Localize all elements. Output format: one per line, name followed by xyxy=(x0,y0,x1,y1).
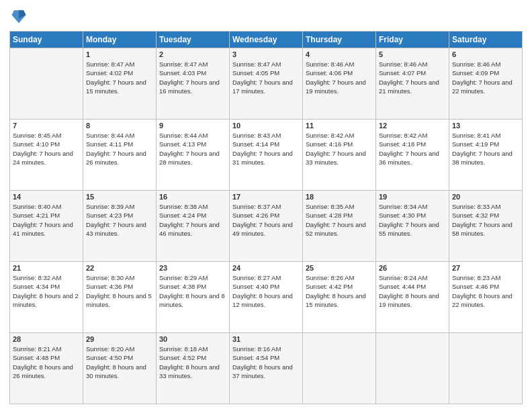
sunset-time: Sunset: 4:26 PM xyxy=(232,211,300,220)
sunrise-time: Sunrise: 8:42 AM xyxy=(306,131,373,140)
week-row-1: 1Sunrise: 8:47 AMSunset: 4:02 PMDaylight… xyxy=(10,48,523,120)
day-info: Sunrise: 8:46 AMSunset: 4:09 PMDaylight:… xyxy=(452,60,519,95)
column-header-saturday: Saturday xyxy=(449,32,523,48)
day-cell: 7Sunrise: 8:45 AMSunset: 4:10 PMDaylight… xyxy=(10,120,83,191)
calendar-table: SundayMondayTuesdayWednesdayThursdayFrid… xyxy=(9,31,523,404)
calendar-header: SundayMondayTuesdayWednesdayThursdayFrid… xyxy=(10,32,523,48)
day-number: 30 xyxy=(159,335,226,343)
logo-icon xyxy=(9,7,28,26)
day-number: 4 xyxy=(306,50,373,58)
sunrise-time: Sunrise: 8:34 AM xyxy=(379,202,446,211)
sunset-time: Sunset: 4:21 PM xyxy=(13,211,80,220)
sunset-time: Sunset: 4:23 PM xyxy=(86,211,153,220)
sunset-time: Sunset: 4:18 PM xyxy=(379,140,446,148)
sunrise-time: Sunrise: 8:46 AM xyxy=(452,60,519,68)
sunset-time: Sunset: 4:19 PM xyxy=(452,140,519,148)
sunrise-time: Sunrise: 8:30 AM xyxy=(86,273,153,282)
day-info: Sunrise: 8:38 AMSunset: 4:24 PMDaylight:… xyxy=(159,202,226,238)
week-row-3: 14Sunrise: 8:40 AMSunset: 4:21 PMDayligh… xyxy=(10,191,523,262)
day-number: 12 xyxy=(379,122,446,130)
sunset-time: Sunset: 4:10 PM xyxy=(13,140,80,148)
day-number: 1 xyxy=(86,50,153,58)
sunrise-time: Sunrise: 8:47 AM xyxy=(159,60,226,68)
week-row-5: 28Sunrise: 8:21 AMSunset: 4:48 PMDayligh… xyxy=(10,333,523,404)
sunrise-time: Sunrise: 8:24 AM xyxy=(379,273,446,282)
daylight-hours: Daylight: 8 hours and 12 minutes. xyxy=(232,291,300,310)
daylight-hours: Daylight: 7 hours and 24 minutes. xyxy=(13,149,80,167)
daylight-hours: Daylight: 8 hours and 2 minutes. xyxy=(13,291,80,310)
sunrise-time: Sunrise: 8:37 AM xyxy=(232,202,300,211)
daylight-hours: Daylight: 8 hours and 30 minutes. xyxy=(86,363,153,381)
day-cell: 30Sunrise: 8:18 AMSunset: 4:52 PMDayligh… xyxy=(157,333,230,404)
sunset-time: Sunset: 4:13 PM xyxy=(159,140,226,148)
day-number: 5 xyxy=(379,50,446,58)
day-info: Sunrise: 8:43 AMSunset: 4:14 PMDaylight:… xyxy=(232,131,300,167)
day-info: Sunrise: 8:44 AMSunset: 4:13 PMDaylight:… xyxy=(159,131,226,167)
day-info: Sunrise: 8:26 AMSunset: 4:42 PMDaylight:… xyxy=(306,273,373,309)
daylight-hours: Daylight: 8 hours and 37 minutes. xyxy=(232,363,300,381)
day-info: Sunrise: 8:35 AMSunset: 4:28 PMDaylight:… xyxy=(306,202,373,238)
day-info: Sunrise: 8:23 AMSunset: 4:46 PMDaylight:… xyxy=(452,273,519,309)
day-info: Sunrise: 8:20 AMSunset: 4:50 PMDaylight:… xyxy=(86,345,153,380)
day-info: Sunrise: 8:47 AMSunset: 4:05 PMDaylight:… xyxy=(232,60,300,95)
sunrise-time: Sunrise: 8:27 AM xyxy=(232,273,300,282)
sunrise-time: Sunrise: 8:39 AM xyxy=(86,202,153,211)
day-cell: 13Sunrise: 8:41 AMSunset: 4:19 PMDayligh… xyxy=(449,120,523,191)
daylight-hours: Daylight: 7 hours and 52 minutes. xyxy=(306,220,373,238)
column-header-thursday: Thursday xyxy=(303,32,376,48)
day-cell: 22Sunrise: 8:30 AMSunset: 4:36 PMDayligh… xyxy=(83,262,157,333)
daylight-hours: Daylight: 7 hours and 41 minutes. xyxy=(13,220,80,238)
day-info: Sunrise: 8:32 AMSunset: 4:34 PMDaylight:… xyxy=(13,273,80,309)
sunset-time: Sunset: 4:32 PM xyxy=(452,211,519,220)
daylight-hours: Daylight: 7 hours and 21 minutes. xyxy=(379,78,446,96)
day-info: Sunrise: 8:37 AMSunset: 4:26 PMDaylight:… xyxy=(232,202,300,238)
day-info: Sunrise: 8:29 AMSunset: 4:38 PMDaylight:… xyxy=(159,273,226,309)
day-number: 23 xyxy=(159,264,226,272)
daylight-hours: Daylight: 7 hours and 26 minutes. xyxy=(86,149,153,167)
sunset-time: Sunset: 4:34 PM xyxy=(13,282,80,291)
week-row-4: 21Sunrise: 8:32 AMSunset: 4:34 PMDayligh… xyxy=(10,262,523,333)
daylight-hours: Daylight: 7 hours and 46 minutes. xyxy=(159,220,226,238)
day-number: 24 xyxy=(232,264,300,272)
day-cell: 25Sunrise: 8:26 AMSunset: 4:42 PMDayligh… xyxy=(303,262,376,333)
sunrise-time: Sunrise: 8:33 AM xyxy=(452,202,519,211)
day-info: Sunrise: 8:42 AMSunset: 4:16 PMDaylight:… xyxy=(306,131,373,167)
day-cell: 2Sunrise: 8:47 AMSunset: 4:03 PMDaylight… xyxy=(157,48,230,120)
daylight-hours: Daylight: 8 hours and 5 minutes. xyxy=(86,291,153,310)
sunrise-time: Sunrise: 8:43 AM xyxy=(232,131,300,140)
sunset-time: Sunset: 4:02 PM xyxy=(86,68,153,77)
day-number: 10 xyxy=(232,122,300,130)
day-number: 11 xyxy=(306,122,373,130)
sunrise-time: Sunrise: 8:20 AM xyxy=(86,345,153,353)
sunset-time: Sunset: 4:09 PM xyxy=(452,68,519,77)
calendar-body: 1Sunrise: 8:47 AMSunset: 4:02 PMDaylight… xyxy=(10,48,523,404)
day-cell: 3Sunrise: 8:47 AMSunset: 4:05 PMDaylight… xyxy=(230,48,303,120)
sunset-time: Sunset: 4:14 PM xyxy=(232,140,300,148)
daylight-hours: Daylight: 7 hours and 19 minutes. xyxy=(306,78,373,96)
day-number: 19 xyxy=(379,193,446,201)
day-cell xyxy=(376,333,449,404)
daylight-hours: Daylight: 7 hours and 55 minutes. xyxy=(379,220,446,238)
sunset-time: Sunset: 4:03 PM xyxy=(159,68,226,77)
day-info: Sunrise: 8:46 AMSunset: 4:06 PMDaylight:… xyxy=(306,60,373,95)
sunset-time: Sunset: 4:52 PM xyxy=(159,353,226,362)
daylight-hours: Daylight: 8 hours and 15 minutes. xyxy=(306,291,373,310)
day-cell: 27Sunrise: 8:23 AMSunset: 4:46 PMDayligh… xyxy=(449,262,523,333)
daylight-hours: Daylight: 7 hours and 58 minutes. xyxy=(452,220,519,238)
column-header-friday: Friday xyxy=(376,32,449,48)
day-cell: 31Sunrise: 8:16 AMSunset: 4:54 PMDayligh… xyxy=(230,333,303,404)
day-cell: 4Sunrise: 8:46 AMSunset: 4:06 PMDaylight… xyxy=(303,48,376,120)
daylight-hours: Daylight: 7 hours and 38 minutes. xyxy=(452,149,519,167)
day-cell: 11Sunrise: 8:42 AMSunset: 4:16 PMDayligh… xyxy=(303,120,376,191)
day-info: Sunrise: 8:40 AMSunset: 4:21 PMDaylight:… xyxy=(13,202,80,238)
column-header-monday: Monday xyxy=(83,32,157,48)
sunset-time: Sunset: 4:36 PM xyxy=(86,282,153,291)
sunset-time: Sunset: 4:28 PM xyxy=(306,211,373,220)
sunrise-time: Sunrise: 8:18 AM xyxy=(159,345,226,353)
day-cell: 28Sunrise: 8:21 AMSunset: 4:48 PMDayligh… xyxy=(10,333,83,404)
day-info: Sunrise: 8:45 AMSunset: 4:10 PMDaylight:… xyxy=(13,131,80,167)
week-row-2: 7Sunrise: 8:45 AMSunset: 4:10 PMDaylight… xyxy=(10,120,523,191)
day-number: 18 xyxy=(306,193,373,201)
daylight-hours: Daylight: 7 hours and 15 minutes. xyxy=(86,78,153,96)
day-number: 22 xyxy=(86,264,153,272)
